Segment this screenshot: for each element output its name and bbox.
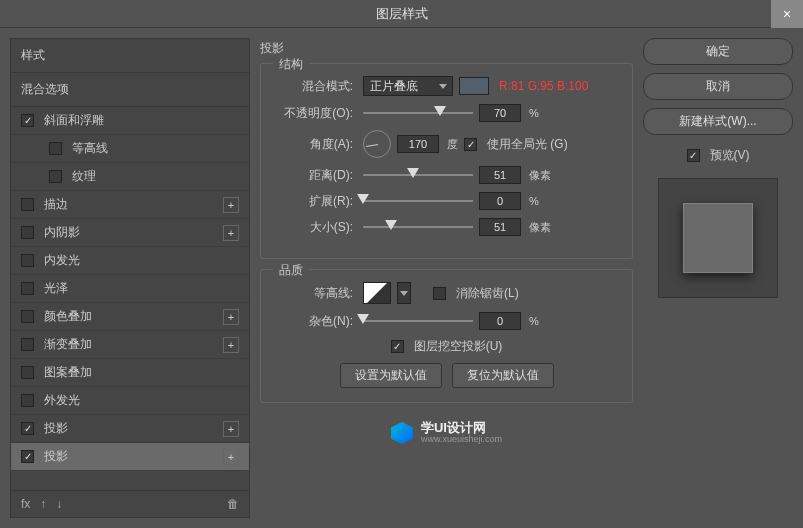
styles-header[interactable]: 样式 (11, 39, 249, 73)
contour-picker[interactable] (363, 282, 391, 304)
action-panel: 确定 取消 新建样式(W)... 预览(V) (643, 38, 793, 518)
style-item-drop-shadow-1[interactable]: 投影+ (11, 415, 249, 443)
layer-style-dialog: 图层样式 × 样式 混合选项 斜面和浮雕 等高线 纹理 描边+ 内阴影+ 内发光… (0, 0, 803, 528)
style-item-inner-shadow[interactable]: 内阴影+ (11, 219, 249, 247)
checkbox-icon[interactable] (21, 282, 34, 295)
angle-label: 角度(A): (275, 136, 353, 153)
spread-slider[interactable] (363, 193, 473, 209)
contour-dropdown-icon[interactable] (397, 282, 411, 304)
size-label: 大小(S): (275, 219, 353, 236)
plus-icon[interactable]: + (223, 225, 239, 241)
structure-legend: 结构 (273, 56, 309, 73)
preview-thumbnail (683, 203, 753, 273)
style-item-stroke[interactable]: 描边+ (11, 191, 249, 219)
styles-panel: 样式 混合选项 斜面和浮雕 等高线 纹理 描边+ 内阴影+ 内发光 光泽 颜色叠… (10, 38, 250, 518)
quality-group: 品质 等高线: 消除锯齿(L) 杂色(N): % 图层挖 (260, 269, 633, 403)
style-list: 斜面和浮雕 等高线 纹理 描边+ 内阴影+ 内发光 光泽 颜色叠加+ 渐变叠加+… (11, 107, 249, 490)
plus-icon[interactable]: + (223, 421, 239, 437)
global-light-label: 使用全局光 (G) (487, 136, 568, 153)
preview-box (658, 178, 778, 298)
checkbox-icon[interactable] (21, 310, 34, 323)
titlebar: 图层样式 × (0, 0, 803, 28)
plus-icon[interactable]: + (223, 337, 239, 353)
style-item-bevel[interactable]: 斜面和浮雕 (11, 107, 249, 135)
trash-icon[interactable]: 🗑 (227, 497, 239, 511)
noise-input[interactable] (479, 312, 521, 330)
size-input[interactable] (479, 218, 521, 236)
style-item-pattern-overlay[interactable]: 图案叠加 (11, 359, 249, 387)
blend-mode-label: 混合模式: (275, 78, 353, 95)
blending-options-header[interactable]: 混合选项 (11, 73, 249, 107)
opacity-label: 不透明度(O): (275, 105, 353, 122)
style-item-inner-glow[interactable]: 内发光 (11, 247, 249, 275)
style-item-gradient-overlay[interactable]: 渐变叠加+ (11, 331, 249, 359)
style-item-drop-shadow-2[interactable]: 投影+ (11, 443, 249, 471)
checkbox-icon[interactable] (21, 422, 34, 435)
arrow-up-icon[interactable]: ↑ (40, 497, 46, 511)
knockout-checkbox[interactable] (391, 340, 404, 353)
new-style-button[interactable]: 新建样式(W)... (643, 108, 793, 135)
styles-footer: fx ↑ ↓ 🗑 (11, 490, 249, 517)
color-readout: R:81 G:95 B:100 (499, 79, 588, 93)
checkbox-icon[interactable] (49, 142, 62, 155)
spread-label: 扩展(R): (275, 193, 353, 210)
settings-panel: 投影 结构 混合模式: 正片叠底 R:81 G:95 B:100 不透明度(O)… (260, 38, 633, 518)
distance-input[interactable] (479, 166, 521, 184)
panel-title: 投影 (260, 38, 633, 63)
knockout-label: 图层挖空投影(U) (414, 338, 503, 355)
preview-label: 预览(V) (710, 147, 750, 164)
style-item-contour[interactable]: 等高线 (11, 135, 249, 163)
checkbox-icon[interactable] (21, 114, 34, 127)
dialog-title: 图层样式 (376, 5, 428, 23)
preview-checkbox[interactable] (687, 149, 700, 162)
distance-label: 距离(D): (275, 167, 353, 184)
color-swatch[interactable] (459, 77, 489, 95)
noise-slider[interactable] (363, 313, 473, 329)
cancel-button[interactable]: 取消 (643, 73, 793, 100)
make-default-button[interactable]: 设置为默认值 (340, 363, 442, 388)
global-light-checkbox[interactable] (464, 138, 477, 151)
checkbox-icon[interactable] (21, 254, 34, 267)
opacity-slider[interactable] (363, 105, 473, 121)
angle-input[interactable] (397, 135, 439, 153)
spread-input[interactable] (479, 192, 521, 210)
structure-group: 结构 混合模式: 正片叠底 R:81 G:95 B:100 不透明度(O): %… (260, 63, 633, 259)
plus-icon[interactable]: + (223, 449, 239, 465)
checkbox-icon[interactable] (21, 366, 34, 379)
style-item-outer-glow[interactable]: 外发光 (11, 387, 249, 415)
noise-label: 杂色(N): (275, 313, 353, 330)
style-item-texture[interactable]: 纹理 (11, 163, 249, 191)
antialias-label: 消除锯齿(L) (456, 285, 519, 302)
quality-legend: 品质 (273, 262, 309, 279)
reset-default-button[interactable]: 复位为默认值 (452, 363, 554, 388)
close-button[interactable]: × (771, 0, 803, 28)
distance-slider[interactable] (363, 167, 473, 183)
blend-mode-dropdown[interactable]: 正片叠底 (363, 76, 453, 96)
checkbox-icon[interactable] (21, 394, 34, 407)
size-slider[interactable] (363, 219, 473, 235)
checkbox-icon[interactable] (21, 338, 34, 351)
antialias-checkbox[interactable] (433, 287, 446, 300)
arrow-down-icon[interactable]: ↓ (56, 497, 62, 511)
checkbox-icon[interactable] (21, 198, 34, 211)
ok-button[interactable]: 确定 (643, 38, 793, 65)
style-item-satin[interactable]: 光泽 (11, 275, 249, 303)
angle-dial[interactable] (363, 130, 391, 158)
checkbox-icon[interactable] (21, 450, 34, 463)
watermark: 学UI设计网 www.xueuisheji.com (260, 421, 633, 445)
opacity-input[interactable] (479, 104, 521, 122)
checkbox-icon[interactable] (49, 170, 62, 183)
watermark-logo-icon (391, 422, 413, 444)
fx-menu-icon[interactable]: fx (21, 497, 30, 511)
plus-icon[interactable]: + (223, 197, 239, 213)
style-item-color-overlay[interactable]: 颜色叠加+ (11, 303, 249, 331)
dialog-body: 样式 混合选项 斜面和浮雕 等高线 纹理 描边+ 内阴影+ 内发光 光泽 颜色叠… (0, 28, 803, 528)
contour-label: 等高线: (275, 285, 353, 302)
plus-icon[interactable]: + (223, 309, 239, 325)
checkbox-icon[interactable] (21, 226, 34, 239)
